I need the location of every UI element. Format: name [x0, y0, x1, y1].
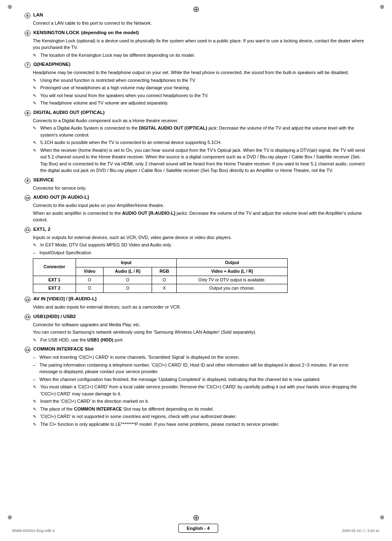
section-headphone-num: 7 [25, 62, 30, 68]
ci-dash-1: – When not inserting 'CI(CI+) CARD' in s… [33, 354, 367, 361]
section-usb-body: Connector for software upgrades and Medi… [33, 321, 367, 344]
table-cell-ext1-video: O [76, 276, 104, 284]
section-headphone-text: Headphone may be connected to the headph… [33, 69, 367, 76]
table-header-connector: Connector [33, 259, 76, 276]
table-cell-ext2-output: Output you can choose. [177, 284, 288, 293]
section-service-title: 9 SERVICE [25, 177, 367, 183]
section-av-in-body: Video and audio inputs for external devi… [33, 304, 367, 311]
section-audio-out: 10 AUDIO OUT [R-AUDIO-L] Connects to the… [25, 195, 367, 223]
section-lan-body: Connect a LAN cable to this port to conn… [33, 20, 367, 27]
crosshair-bottomright-icon: ⊕ [380, 514, 385, 520]
section-kensington-text: The Kensington Lock (optional) is a devi… [33, 37, 367, 51]
ext-note-1-text: In EXT Mode, DTV Out supports MPEG SD Vi… [40, 241, 172, 248]
section-ext-body: Inputs or outputs for external devices, … [33, 234, 367, 293]
section-service: 9 SERVICE Connector for service only. [25, 177, 367, 192]
usb-note-1: ✎ For USB HDD, use the USB1 (HDD) port. [33, 337, 367, 344]
section-service-label: SERVICE [33, 177, 54, 182]
footer-right: 2009-05-19 □□ 3:42:41 [342, 529, 380, 533]
section-usb: 13 USB1(HDD) / USB2 Connector for softwa… [25, 314, 367, 344]
kensington-note-1-text: The location of the Kensington Lock may … [40, 52, 195, 59]
ci-dash-2: – The pairing information containing a t… [33, 362, 367, 375]
headphone-note-2-text: Prolonged use of headphones at a high vo… [40, 84, 190, 91]
section-lan: 6 LAN Connect a LAN cable to this port t… [25, 12, 367, 27]
ci-note-2-text: Insert the 'CI(CI+) CARD' in the directi… [40, 398, 149, 405]
section-audio-out-label: AUDIO OUT [R-AUDIO-L] [33, 195, 89, 200]
ci-note-1-text: You must obtain a 'CI(CI+) CARD' from a … [40, 383, 367, 397]
note-icon-ci-3: ✎ [33, 406, 39, 412]
footer-left: BN68-02325A-Eng.indb 4 [12, 529, 55, 533]
section-ext-title: 11 EXT1, 2 [25, 227, 367, 233]
section-ci-num: 14 [25, 347, 30, 353]
table-row-ext1: EXT 1 O O O Only TV or DTV output is ava… [33, 276, 288, 284]
headphone-note-4-text: The headphone volume and TV volume are a… [40, 100, 168, 107]
section-digital-audio-label: DIGITAL AUDIO OUT (OPTICAL) [33, 110, 105, 115]
section-usb-title: 13 USB1(HDD) / USB2 [25, 314, 367, 320]
ext-dash-1: – Input/Output Specification [33, 249, 367, 256]
table-subheader-rgb: RGB [152, 267, 177, 276]
note-icon: ✎ [33, 52, 39, 58]
section-service-body: Connector for service only. [33, 185, 367, 192]
note-icon-da-1: ✎ [33, 125, 39, 131]
digital-note-3: ✎ When the receiver (home theatre) is se… [33, 147, 367, 174]
ci-dash-1-text: When not inserting 'CI(CI+) CARD' in som… [39, 354, 240, 361]
section-av-in-title: 12 AV IN [VIDEO] / [R-AUDIO-L] [25, 296, 367, 302]
ci-note-2: ✎ Insert the 'CI(CI+) CARD' in the direc… [33, 398, 367, 405]
table-row-ext2: EXT 2 O O X Output you can choose. [33, 284, 288, 293]
table-cell-ext1-output: Only TV or DTV output is available. [177, 276, 288, 284]
kensington-note-1: ✎ The location of the Kensington Lock ma… [33, 52, 367, 59]
ci-note-4-text: 'CI(CI+) CARD' is not supported in some … [40, 413, 237, 420]
digital-note-3-text: When the receiver (home theatre) is set … [40, 147, 367, 174]
headphone-note-3: ✎ You will not hear sound from the speak… [33, 92, 367, 99]
section-kensington: 6 KENSINGTON LOCK (depending on the mode… [25, 30, 367, 59]
table-subheader-output: Video + Audio (L / R) [177, 267, 288, 276]
table-cell-ext2-rgb: X [152, 284, 177, 293]
section-headphone-body: Headphone may be connected to the headph… [33, 69, 367, 107]
section-kensington-label: KENSINGTON LOCK [33, 30, 79, 35]
section-ci-body: – When not inserting 'CI(CI+) CARD' in s… [33, 354, 367, 427]
section-kensington-num: 6 [25, 30, 30, 36]
section-kensington-suffix: (depending on the model) [81, 30, 139, 35]
section-audio-out-text2: When an audio amplifier is connected to … [33, 210, 367, 223]
note-icon-da-2: ✎ [33, 139, 39, 146]
note-icon-4: ✎ [33, 100, 39, 106]
table-header-input: Input [76, 259, 177, 267]
section-lan-num: 6 [25, 13, 30, 19]
section-ext: 11 EXT1, 2 Inputs or outputs for externa… [25, 227, 367, 293]
section-ext-text: Inputs or outputs for external devices, … [33, 234, 367, 241]
crosshair-top-icon: ⊕ [193, 4, 200, 14]
dash-icon: – [33, 249, 37, 256]
note-icon-ext-1: ✎ [33, 242, 39, 248]
ci-note-3: ✎ The place of the COMMON INTERFACE Slot… [33, 406, 367, 413]
note-icon-ci-4: ✎ [33, 413, 39, 420]
ci-note-5: ✎ The CI+ function is only applicable to… [33, 421, 367, 428]
section-usb-num: 13 [25, 314, 30, 320]
table-cell-ext1-rgb: O [152, 276, 177, 284]
section-usb-label: USB1(HDD) / USB2 [33, 314, 76, 319]
note-icon-ci-5: ✎ [33, 421, 39, 427]
headphone-note-4: ✎ The headphone volume and TV volume are… [33, 100, 367, 107]
section-audio-out-num: 10 [25, 195, 30, 201]
headphone-note-2: ✎ Prolonged use of headphones at a high … [33, 84, 367, 91]
table-subheader-video: Video [76, 267, 104, 276]
section-digital-audio-title: 8 DIGITAL AUDIO OUT (OPTICAL) [25, 110, 367, 116]
table-cell-ext1-audio: O [104, 276, 152, 284]
section-av-in-num: 12 [25, 297, 30, 302]
section-lan-label: LAN [33, 12, 43, 17]
section-headphone-title: 7 Ω(HEADPHONE) [25, 62, 367, 68]
section-headphone-label: Ω(HEADPHONE) [33, 62, 70, 67]
section-av-in-label: AV IN [VIDEO] / [R-AUDIO-L] [33, 296, 97, 301]
ci-note-1: ✎ You must obtain a 'CI(CI+) CARD' from … [33, 383, 367, 397]
crosshair-topright-icon: ⊕ [380, 3, 385, 10]
digital-note-1-text: When a Digital Audio System is connected… [40, 125, 367, 138]
section-service-text: Connector for service only. [33, 185, 367, 192]
footer-page-label: English - 4 [178, 524, 219, 533]
section-service-num: 9 [25, 178, 30, 183]
section-digital-audio-text: Connects to a Digital Audio component su… [33, 117, 367, 124]
crosshair-bottomleft-icon: ⊕ [7, 514, 12, 520]
section-ci-label: COMMON INTERFACE Slot [33, 346, 94, 351]
note-icon-2: ✎ [33, 85, 39, 91]
usb-note-1-text: For USB HDD, use the USB1 (HDD) port. [40, 337, 124, 344]
ci-note-4: ✎ 'CI(CI+) CARD' is not supported in som… [33, 413, 367, 420]
headphone-note-1: ✎ Using the sound function is restricted… [33, 77, 367, 84]
headphone-note-1-text: Using the sound function is restricted w… [40, 77, 196, 84]
